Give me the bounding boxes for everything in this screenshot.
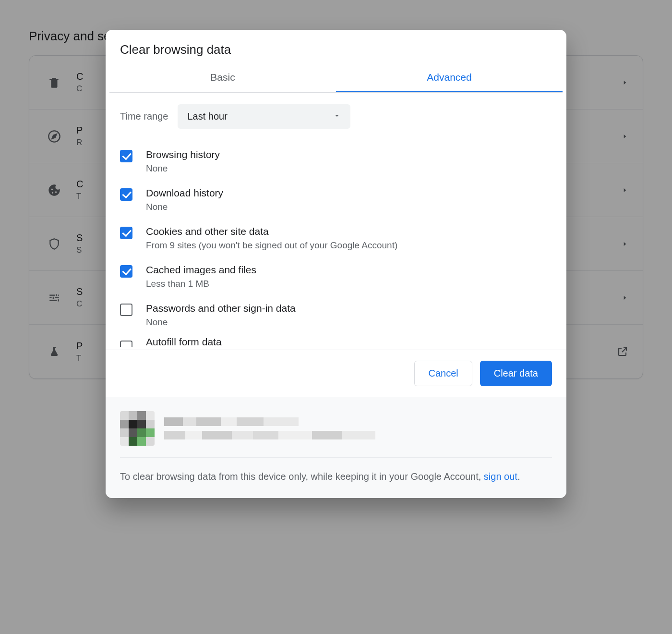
dialog-actions: Cancel Clear data: [106, 350, 566, 397]
clear-data-button[interactable]: Clear data: [480, 361, 552, 386]
time-range-select[interactable]: Last hour: [178, 104, 350, 129]
profile-text: [164, 417, 375, 439]
option-autofill: Autofill form data: [120, 334, 552, 350]
option-sub: None: [146, 317, 296, 328]
time-range-value: Last hour: [187, 111, 227, 122]
footer-note-text: To clear browsing data from this device …: [120, 471, 484, 482]
dialog-title: Clear browsing data: [106, 30, 566, 63]
caret-down-icon: [333, 111, 341, 122]
profile-row: [120, 406, 552, 458]
option-title: Cached images and files: [146, 264, 256, 276]
checkbox[interactable]: [120, 341, 132, 347]
dialog-body: Time range Last hour Browsing history No…: [106, 93, 566, 350]
checkbox[interactable]: [120, 188, 132, 201]
time-range-row: Time range Last hour: [120, 104, 552, 129]
option-cached-images: Cached images and files Less than 1 MB: [120, 257, 552, 296]
option-passwords: Passwords and other sign-in data None: [120, 296, 552, 334]
checkbox[interactable]: [120, 304, 132, 316]
dialog-footer: To clear browsing data from this device …: [106, 397, 566, 498]
checkbox[interactable]: [120, 265, 132, 278]
clear-browsing-data-dialog: Clear browsing data Basic Advanced Time …: [106, 30, 566, 498]
option-title: Autofill form data: [146, 336, 222, 348]
sign-out-link[interactable]: sign out: [484, 471, 517, 482]
option-title: Browsing history: [146, 149, 220, 160]
footer-note-end: .: [517, 471, 520, 482]
option-title: Passwords and other sign-in data: [146, 303, 296, 314]
avatar: [120, 411, 155, 446]
option-sub: Less than 1 MB: [146, 279, 256, 289]
checkbox[interactable]: [120, 227, 132, 239]
option-cookies: Cookies and other site data From 9 sites…: [120, 219, 552, 257]
checkbox[interactable]: [120, 150, 132, 162]
option-sub: None: [146, 163, 220, 174]
tab-basic[interactable]: Basic: [109, 63, 336, 92]
option-download-history: Download history None: [120, 181, 552, 219]
cancel-button[interactable]: Cancel: [414, 361, 472, 386]
dialog-tabs: Basic Advanced: [109, 63, 563, 93]
footer-note: To clear browsing data from this device …: [120, 458, 552, 484]
option-sub: None: [146, 202, 223, 212]
option-title: Cookies and other site data: [146, 226, 397, 237]
option-title: Download history: [146, 187, 223, 199]
option-sub: From 9 sites (you won't be signed out of…: [146, 240, 397, 251]
tab-advanced[interactable]: Advanced: [336, 63, 563, 92]
option-browsing-history: Browsing history None: [120, 142, 552, 181]
time-range-label: Time range: [120, 111, 168, 122]
